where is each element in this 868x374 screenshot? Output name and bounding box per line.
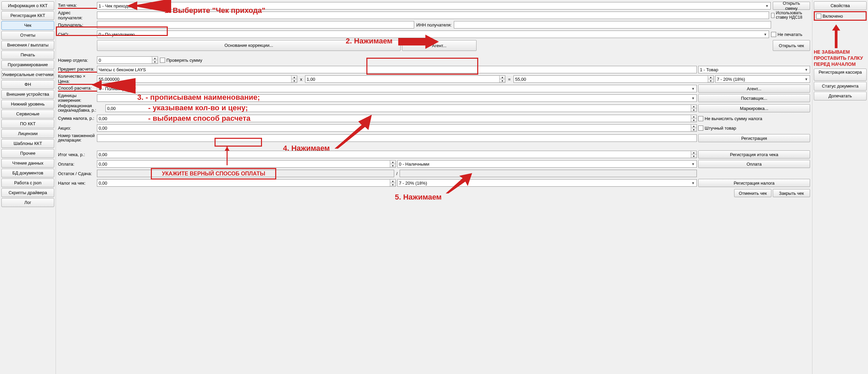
nav-scripts[interactable]: Скрипты драйвера [1, 188, 54, 197]
sum-value: 55,00 [515, 77, 526, 82]
skidka-spin[interactable]: 0,00 ▲▼ [105, 105, 697, 112]
skidka-value: 0,00 [107, 106, 116, 111]
nav-other[interactable]: Прочее [1, 149, 54, 158]
price-value: 1,00 [307, 77, 315, 82]
skidka-label: Информационная скидка/надбавка, р.: [58, 104, 105, 113]
chevron-down-icon: ▼ [690, 162, 696, 166]
oplata-label: Оплата: [58, 162, 97, 167]
reg-kassira-button[interactable]: Регистрация кассира [814, 69, 867, 81]
tip-cheka-combo[interactable]: 1 - Чек прихода ▼ [97, 2, 771, 10]
nomer-otdela-spin[interactable]: 0 ▲▼ [97, 56, 158, 64]
sum-spin[interactable]: 55,00 ▲▼ [513, 75, 714, 83]
sum-naloga-label: Сумма налога, р.: [58, 116, 97, 121]
status-doc-button[interactable]: Статус документа [814, 82, 867, 91]
shtuch-label: Штучный товар [705, 126, 736, 131]
nav-programm[interactable]: Программирование [1, 60, 54, 69]
sno-label: СНО: [58, 32, 97, 37]
nav-counters[interactable]: Универсальные счетчики [1, 70, 54, 79]
predmet-type-combo[interactable]: 1 - Товар ▼ [698, 66, 810, 73]
prov-sum-label: Проверять сумму [166, 58, 202, 63]
sum-naloga-spin[interactable]: 0,00 ▲▼ [97, 115, 697, 122]
anno-right-note: НЕ ЗАБЫВАЕМ ПРОСТАВИТЬ ГАЛКУ ПЕРЕД НАЧАЛ… [814, 49, 867, 68]
nav-chek[interactable]: Чек [1, 21, 54, 30]
nomer-otdela-value: 0 [99, 58, 101, 63]
main-panel: Тип чека: 1 - Чек прихода ▼ Открыть смен… [56, 0, 812, 374]
agent-item-button[interactable]: Агент... [698, 85, 810, 93]
nds18-checkbox[interactable] [771, 13, 774, 18]
nav-po-kkt[interactable]: ПО ККТ [1, 119, 54, 128]
markirovka-button[interactable]: Маркировка... [698, 104, 810, 112]
qty-value: 55,000000 [99, 77, 119, 82]
nav-db-docs[interactable]: БД документов [1, 169, 54, 177]
vat-combo[interactable]: 7 - 20% (18%) ▼ [715, 75, 810, 83]
nalog-type-combo[interactable]: 7 - 20% (18%) ▼ [397, 179, 697, 187]
ed-izm-label: Единицы измерения: [58, 93, 97, 103]
ne-vych-checkbox[interactable] [698, 116, 703, 121]
nav-read-data[interactable]: Чтение данных [1, 159, 54, 168]
props-button[interactable]: Свойства [814, 1, 867, 10]
nalog-type-value: 7 - 20% (18%) [399, 181, 427, 186]
registracia-button[interactable]: Регистрация [698, 134, 810, 142]
nav-reg-kkt[interactable]: Регистрация ККТ [1, 11, 54, 20]
sposob-label: Способ расчета: [58, 86, 97, 92]
enabled-checkbox[interactable] [816, 14, 821, 19]
agent-header-button[interactable]: Агент... [402, 40, 477, 51]
sposob-combo[interactable]: 4 - Полный расчет ▼ [97, 85, 697, 92]
reg-itog-button[interactable]: Регистрация итога чека [698, 150, 810, 158]
inn-input[interactable] [454, 21, 771, 29]
nav-fn[interactable]: ФН [1, 80, 54, 89]
nav-templates[interactable]: Шаблоны ККТ [1, 139, 54, 148]
cancel-check-button[interactable]: Отменить чек [734, 189, 771, 197]
sno-combo[interactable]: 0 - По умолчанию ▼ [97, 31, 769, 38]
adres-label: Адрес получателя: [58, 10, 97, 20]
chevron-down-icon: ▼ [804, 77, 809, 81]
nav-info-kkt[interactable]: Информация о ККТ [1, 1, 54, 10]
oplata-spin[interactable]: 0,00 ▲▼ [97, 160, 396, 168]
nav-log[interactable]: Лог [1, 198, 54, 207]
oplata-type-value: 0 - Наличными [399, 162, 429, 167]
ed-izm-combo[interactable]: ▼ [97, 94, 697, 102]
itog-spin[interactable]: 0,00 ▲▼ [97, 151, 697, 158]
ne-vych-label: Не вычислять сумму налога [705, 116, 762, 121]
oplata-type-combo[interactable]: 0 - Наличными ▼ [397, 160, 697, 168]
qty-spin[interactable]: 55,000000 ▲▼ [97, 75, 297, 83]
nav-otchety[interactable]: Отчеты [1, 31, 54, 40]
dopechat-button[interactable]: Допечатать [814, 92, 867, 100]
adres-input[interactable] [97, 12, 769, 19]
nav-licenses[interactable]: Лицензии [1, 129, 54, 138]
chevron-down-icon: ▼ [763, 33, 768, 36]
nav-service[interactable]: Сервисные [1, 110, 54, 118]
shtuch-checkbox[interactable] [698, 126, 703, 131]
akciz-spin[interactable]: 0,00 ▲▼ [97, 124, 697, 132]
predmet-input[interactable] [97, 66, 697, 73]
tamozh-input[interactable] [97, 134, 697, 142]
ne-pechatat-checkbox[interactable] [771, 32, 776, 37]
x-label: x [297, 77, 305, 82]
open-shift-button[interactable]: Открыть смену [773, 2, 810, 10]
nav-json[interactable]: Работа с json [1, 179, 54, 187]
chevron-down-icon: ▼ [690, 96, 696, 100]
open-check-button[interactable]: Открыть чек [773, 40, 810, 51]
nav-low-level[interactable]: Нижний уровень [1, 100, 54, 109]
reg-nalog-button[interactable]: Регистрация налога [698, 179, 810, 187]
osn-korr-button[interactable]: Основание коррекции... [97, 40, 401, 51]
chevron-down-icon: ▼ [804, 68, 809, 72]
prov-sum-checkbox[interactable] [160, 58, 165, 63]
nav-ext-dev[interactable]: Внешние устройства [1, 90, 54, 99]
qty-price-label: Количество × Цена: [58, 74, 97, 85]
poluch-input[interactable] [97, 21, 414, 29]
oplata-value: 0,00 [99, 162, 107, 167]
nds18-label: Использовать ставку НДС18 [776, 11, 810, 20]
predmet-label: Предмет расчета: [58, 67, 97, 73]
postavshik-button[interactable]: Поставщик... [698, 94, 810, 102]
sidebar-right: Свойства Включено НЕ ЗАБЫВАЕМ ПРОСТАВИТЬ… [812, 0, 868, 374]
nav-pechat[interactable]: Печать [1, 51, 54, 59]
nav-vneseniya[interactable]: Внесения / выплаты [1, 41, 54, 50]
itog-value: 0,00 [99, 152, 107, 157]
nalog-chek-spin[interactable]: 0,00 ▲▼ [97, 179, 396, 187]
oplata-button[interactable]: Оплата [698, 160, 810, 168]
price-spin[interactable]: 1,00 ▲▼ [305, 75, 505, 83]
close-check-button[interactable]: Закрыть чек [773, 189, 810, 197]
enabled-box: Включено [814, 11, 867, 21]
tamozh-label: Номер таможенной декларации: [58, 134, 97, 143]
